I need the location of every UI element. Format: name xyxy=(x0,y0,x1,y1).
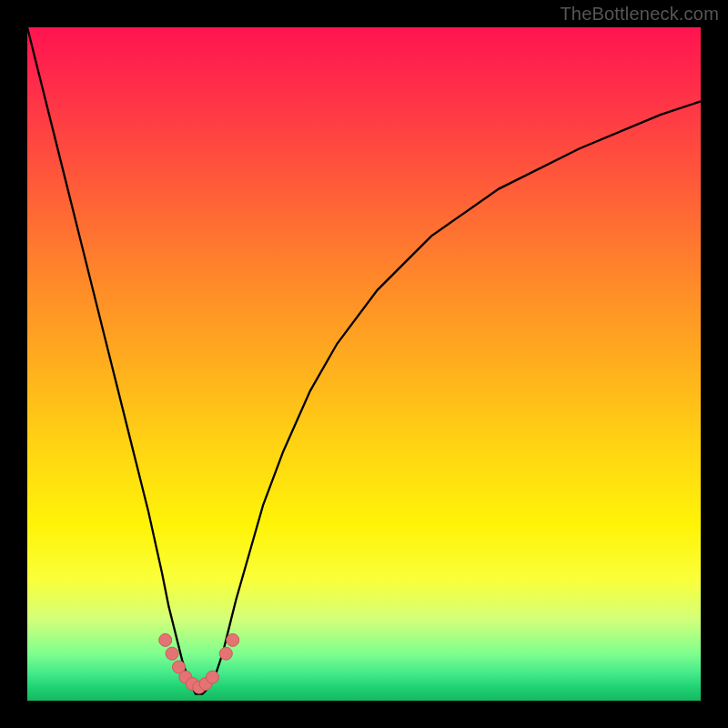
chart-plot-area xyxy=(27,27,701,701)
marker-dot xyxy=(166,647,178,660)
watermark-text: TheBottleneck.com xyxy=(560,4,719,25)
marker-dot xyxy=(207,671,219,683)
chart-frame: TheBottleneck.com xyxy=(0,0,728,728)
marker-dot xyxy=(159,633,172,646)
marker-dot xyxy=(227,633,239,646)
bottom-dots-group xyxy=(159,633,239,693)
chart-svg xyxy=(27,27,701,701)
marker-dot xyxy=(219,647,232,660)
bottleneck-curve-path xyxy=(27,27,701,694)
